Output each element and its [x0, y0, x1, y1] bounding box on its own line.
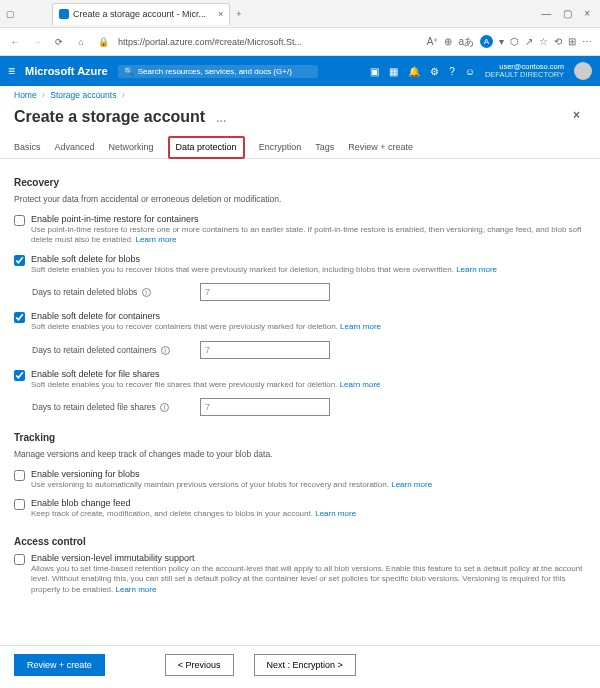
- label-soft-blobs: Enable soft delete for blobs: [31, 254, 586, 264]
- brand-label[interactable]: Microsoft Azure: [25, 65, 108, 77]
- refresh-icon[interactable]: ⟳: [52, 37, 66, 47]
- directory-icon[interactable]: ▦: [389, 66, 398, 77]
- content-area: Recovery Protect your data from accident…: [0, 159, 600, 645]
- checkbox-soft-files[interactable]: [14, 370, 25, 381]
- reading-view-icon[interactable]: A⁺: [427, 36, 439, 47]
- tab-networking[interactable]: Networking: [109, 136, 154, 158]
- translate-icon[interactable]: aあ: [458, 35, 474, 49]
- search-small-icon[interactable]: ⊕: [444, 36, 452, 47]
- tab-basics[interactable]: Basics: [14, 136, 41, 158]
- browser-tab-title: Create a storage account - Micr...: [73, 9, 206, 19]
- input-days-files[interactable]: [200, 398, 330, 416]
- url-input[interactable]: [118, 37, 419, 47]
- favorite-icon[interactable]: ☆: [539, 36, 548, 47]
- breadcrumb: Home › Storage accounts ›: [0, 86, 600, 104]
- label-change-feed: Enable blob change feed: [31, 498, 586, 508]
- learn-more-immutability[interactable]: Learn more: [116, 585, 157, 594]
- crumb-home[interactable]: Home: [14, 90, 37, 100]
- new-tab-button[interactable]: +: [236, 9, 241, 19]
- addon-icon[interactable]: ⊞: [568, 36, 576, 47]
- checkbox-change-feed[interactable]: [14, 499, 25, 510]
- sync-icon[interactable]: ⟲: [554, 36, 562, 47]
- previous-button[interactable]: < Previous: [165, 654, 234, 676]
- checkbox-pitr[interactable]: [14, 215, 25, 226]
- desc-immutability: Allows you to set time-based retention p…: [31, 564, 586, 595]
- option-soft-blobs: Enable soft delete for blobs Soft delete…: [14, 254, 586, 275]
- section-recovery-heading: Recovery: [14, 177, 586, 188]
- info-icon[interactable]: i: [160, 403, 169, 412]
- label-versioning: Enable versioning for blobs: [31, 469, 586, 479]
- learn-more-soft-containers[interactable]: Learn more: [340, 322, 381, 331]
- checkbox-soft-blobs[interactable]: [14, 255, 25, 266]
- window-titlebar: ▢ Create a storage account - Micr... × +…: [0, 0, 600, 28]
- label-soft-files: Enable soft delete for file shares: [31, 369, 586, 379]
- row-days-files: Days to retain deleted file shares i: [32, 398, 586, 416]
- section-tracking-heading: Tracking: [14, 432, 586, 443]
- forward-icon[interactable]: →: [30, 37, 44, 47]
- azure-search-placeholder: Search resources, services, and docs (G+…: [138, 67, 292, 76]
- learn-more-versioning[interactable]: Learn more: [391, 480, 432, 489]
- settings-icon[interactable]: ⚙: [430, 66, 439, 77]
- section-tracking-intro: Manage versions and keep track of change…: [14, 449, 586, 459]
- window-minimize-icon[interactable]: —: [541, 8, 551, 19]
- profile-badge-icon[interactable]: A: [480, 35, 493, 48]
- option-soft-containers: Enable soft delete for containers Soft d…: [14, 311, 586, 332]
- label-days-files: Days to retain deleted file shares i: [32, 402, 192, 412]
- label-days-blobs: Days to retain deleted blobs i: [32, 287, 192, 297]
- avatar[interactable]: [574, 62, 592, 80]
- learn-more-soft-files[interactable]: Learn more: [340, 380, 381, 389]
- menu-icon[interactable]: ⋯: [582, 36, 592, 47]
- learn-more-change-feed[interactable]: Learn more: [315, 509, 356, 518]
- label-immutability: Enable version-level immutability suppor…: [31, 553, 586, 563]
- info-icon[interactable]: i: [142, 288, 151, 297]
- label-days-containers: Days to retain deleted containers i: [32, 345, 192, 355]
- learn-more-pitr[interactable]: Learn more: [136, 235, 177, 244]
- next-button[interactable]: Next : Encryption >: [254, 654, 356, 676]
- tab-advanced[interactable]: Advanced: [55, 136, 95, 158]
- collections-icon[interactable]: ↗: [525, 36, 533, 47]
- help-icon[interactable]: ?: [449, 66, 455, 77]
- close-blade-icon[interactable]: ×: [573, 108, 580, 122]
- user-account[interactable]: user@contoso.com DEFAULT DIRECTORY: [485, 63, 564, 80]
- row-days-blobs: Days to retain deleted blobs i: [32, 283, 586, 301]
- browser-address-bar: ← → ⟳ ⌂ 🔒 A⁺ ⊕ aあ A ▾ ⬡ ↗ ☆ ⟲ ⊞ ⋯: [0, 28, 600, 56]
- extension-icon[interactable]: ⬡: [510, 36, 519, 47]
- wizard-footer: Review + create < Previous Next : Encryp…: [0, 645, 600, 684]
- home-icon[interactable]: ⌂: [74, 37, 88, 47]
- window-maximize-icon[interactable]: ▢: [563, 8, 572, 19]
- browser-tab[interactable]: Create a storage account - Micr... ×: [52, 3, 230, 25]
- input-days-containers[interactable]: [200, 341, 330, 359]
- input-days-blobs[interactable]: [200, 283, 330, 301]
- tab-tags[interactable]: Tags: [315, 136, 334, 158]
- feedback-icon[interactable]: ☺: [465, 66, 475, 77]
- shopping-icon[interactable]: ▾: [499, 36, 504, 47]
- option-soft-files: Enable soft delete for file shares Soft …: [14, 369, 586, 390]
- page-title-row: Create a storage account … ×: [0, 104, 600, 136]
- info-icon[interactable]: i: [161, 346, 170, 355]
- azure-search[interactable]: 🔍 Search resources, services, and docs (…: [118, 65, 318, 78]
- label-soft-containers: Enable soft delete for containers: [31, 311, 586, 321]
- back-icon[interactable]: ←: [8, 37, 22, 47]
- close-tab-icon[interactable]: ×: [218, 9, 223, 19]
- tab-data-protection[interactable]: Data protection: [168, 136, 245, 159]
- section-recovery-intro: Protect your data from accidental or err…: [14, 194, 586, 204]
- more-actions-icon[interactable]: …: [216, 112, 227, 124]
- window-close-icon[interactable]: ×: [584, 8, 590, 19]
- user-tenant: DEFAULT DIRECTORY: [485, 71, 564, 79]
- crumb-storage-accounts[interactable]: Storage accounts: [50, 90, 116, 100]
- learn-more-soft-blobs[interactable]: Learn more: [456, 265, 497, 274]
- desc-soft-files: Soft delete enables you to recover file …: [31, 380, 586, 390]
- desc-pitr: Use point-in-time restore to restore one…: [31, 225, 586, 246]
- option-pitr: Enable point-in-time restore for contain…: [14, 214, 586, 246]
- checkbox-versioning[interactable]: [14, 470, 25, 481]
- cloudshell-icon[interactable]: ▣: [370, 66, 379, 77]
- hamburger-icon[interactable]: ≡: [8, 64, 15, 78]
- checkbox-soft-containers[interactable]: [14, 312, 25, 323]
- tab-encryption[interactable]: Encryption: [259, 136, 302, 158]
- notifications-icon[interactable]: 🔔: [408, 66, 420, 77]
- review-create-button[interactable]: Review + create: [14, 654, 105, 676]
- label-pitr: Enable point-in-time restore for contain…: [31, 214, 586, 224]
- checkbox-immutability[interactable]: [14, 554, 25, 565]
- tab-review[interactable]: Review + create: [348, 136, 413, 158]
- row-days-containers: Days to retain deleted containers i: [32, 341, 586, 359]
